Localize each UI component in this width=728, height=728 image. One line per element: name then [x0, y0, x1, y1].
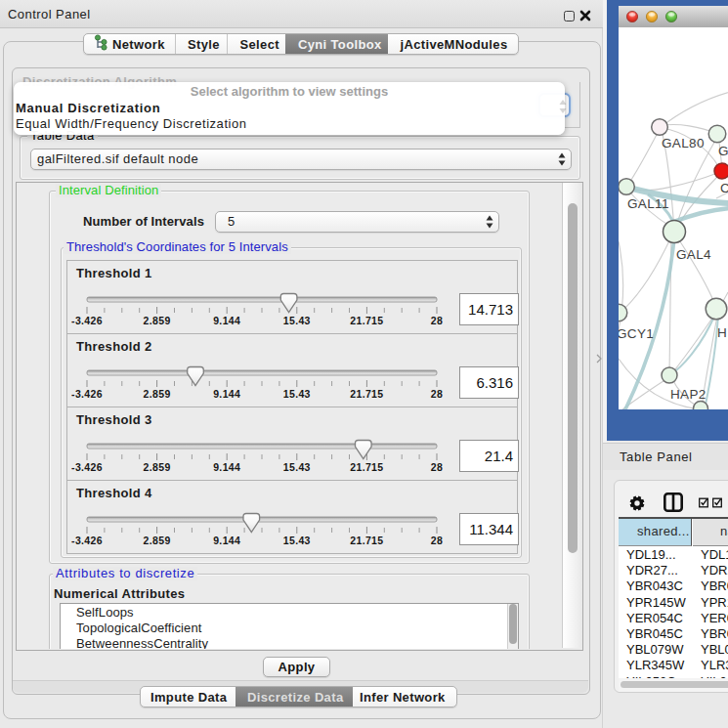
svg-text:-3.426: -3.426 — [71, 315, 103, 326]
svg-text:21.715: 21.715 — [350, 535, 383, 546]
svg-text:GAL4: GAL4 — [676, 247, 711, 262]
svg-text:9.144: 9.144 — [213, 388, 240, 400]
svg-text:9.144: 9.144 — [213, 315, 240, 326]
svg-text:2.859: 2.859 — [144, 535, 171, 546]
svg-text:2.859: 2.859 — [144, 461, 171, 473]
svg-text:2.859: 2.859 — [144, 315, 171, 326]
svg-text:H: H — [717, 325, 727, 340]
svg-text:GAL11: GAL11 — [627, 196, 669, 211]
svg-text:28: 28 — [431, 535, 443, 546]
svg-text:28: 28 — [431, 461, 443, 473]
svg-text:-3.426: -3.426 — [71, 535, 103, 546]
svg-text:28: 28 — [431, 315, 443, 326]
svg-text:-3.426: -3.426 — [71, 388, 103, 400]
svg-text:21.715: 21.715 — [350, 315, 383, 326]
svg-text:15.43: 15.43 — [283, 461, 311, 473]
svg-text:15.43: 15.43 — [283, 388, 311, 400]
svg-text:-3.426: -3.426 — [71, 461, 103, 473]
svg-text:15.43: 15.43 — [283, 315, 311, 326]
svg-text:15.43: 15.43 — [283, 535, 311, 546]
svg-text:C: C — [720, 181, 728, 195]
svg-text:28: 28 — [431, 388, 443, 400]
svg-text:9.144: 9.144 — [213, 461, 240, 473]
svg-text:GA: GA — [718, 144, 728, 158]
svg-text:2.859: 2.859 — [144, 388, 171, 400]
svg-text:21.715: 21.715 — [350, 461, 383, 473]
svg-text:GCY1: GCY1 — [619, 326, 654, 341]
svg-text:21.715: 21.715 — [350, 388, 383, 400]
svg-text:HAP2: HAP2 — [670, 387, 707, 402]
svg-text:GAL80: GAL80 — [662, 136, 705, 150]
svg-text:9.144: 9.144 — [213, 535, 240, 546]
